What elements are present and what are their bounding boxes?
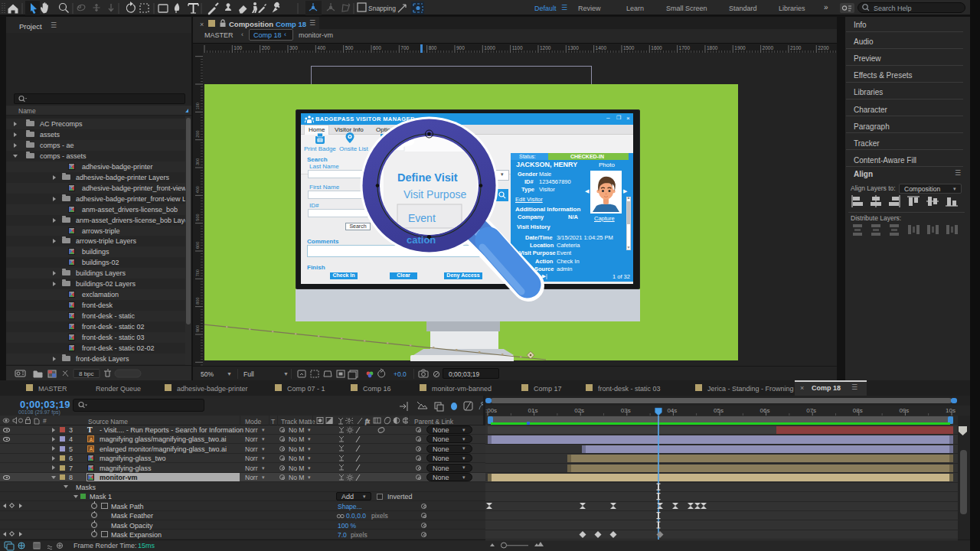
svg-text:700: 700 bbox=[400, 45, 409, 51]
svg-text:1300: 1300 bbox=[567, 45, 579, 51]
svg-text:1900: 1900 bbox=[734, 45, 746, 51]
svg-text:800: 800 bbox=[429, 45, 437, 51]
svg-text:200: 200 bbox=[195, 130, 200, 137]
svg-text:1100: 1100 bbox=[512, 45, 523, 51]
svg-text:200: 200 bbox=[262, 45, 270, 51]
svg-text:2000: 2000 bbox=[763, 45, 774, 51]
svg-text:1600: 1600 bbox=[651, 45, 662, 51]
svg-text:2100: 2100 bbox=[790, 45, 802, 51]
svg-text:1200: 1200 bbox=[540, 45, 551, 51]
svg-text:900: 900 bbox=[456, 45, 465, 51]
svg-text:800: 800 bbox=[195, 297, 200, 304]
svg-text:600: 600 bbox=[195, 242, 200, 249]
svg-text:2200: 2200 bbox=[818, 45, 829, 51]
svg-text:900: 900 bbox=[195, 325, 200, 332]
svg-text:500: 500 bbox=[195, 214, 200, 220]
svg-text:400: 400 bbox=[317, 45, 325, 51]
svg-text:8 bpc: 8 bpc bbox=[79, 370, 94, 377]
svg-text:1400: 1400 bbox=[596, 45, 607, 51]
svg-text:600: 600 bbox=[373, 45, 381, 51]
svg-text:1800: 1800 bbox=[707, 45, 718, 51]
svg-text:1700: 1700 bbox=[679, 45, 691, 51]
svg-text:1000: 1000 bbox=[484, 45, 495, 51]
svg-text:1500: 1500 bbox=[623, 45, 635, 51]
svg-text:700: 700 bbox=[195, 269, 200, 276]
svg-text:300: 300 bbox=[289, 45, 298, 51]
svg-text:300: 300 bbox=[195, 158, 200, 165]
svg-text:500: 500 bbox=[345, 45, 354, 51]
svg-text:400: 400 bbox=[195, 186, 200, 193]
svg-text:100: 100 bbox=[195, 103, 200, 109]
svg-text:100: 100 bbox=[234, 45, 242, 51]
